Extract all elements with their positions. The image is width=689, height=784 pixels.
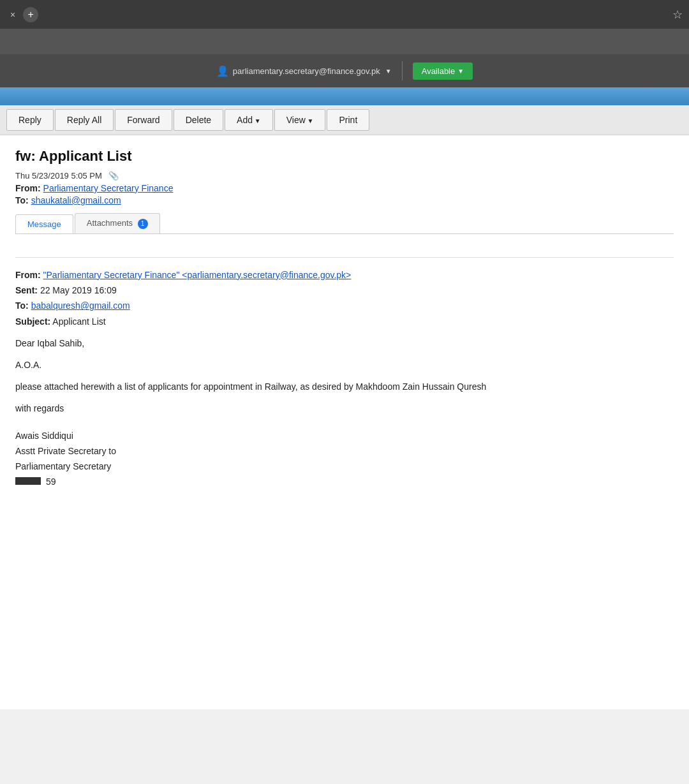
reply-button[interactable]: Reply (6, 109, 54, 131)
view-button[interactable]: View (274, 109, 326, 131)
to-row: To: shaukatali@gmail.com (15, 195, 674, 205)
tab-message-label: Message (27, 219, 61, 229)
email-tabs: Message Attachments 1 (15, 213, 674, 234)
sig-name: Awais Siddiqui (15, 429, 674, 444)
bookmark-icon[interactable]: ☆ (672, 8, 683, 22)
email-date-text: Thu 5/23/2019 5:05 PM (15, 171, 102, 181)
email-signature: Awais Siddiqui Asstt Private Secretary t… (15, 429, 674, 489)
fwd-to-row: To: babalquresh@gmail.com (15, 299, 674, 313)
email-content: fw: Applicant List Thu 5/23/2019 5:05 PM… (0, 135, 689, 709)
greeting: A.O.A. (15, 358, 674, 373)
fwd-to-label: To: (15, 300, 29, 311)
from-row: From: Parliamentary Secretary Finance (15, 183, 674, 193)
user-account[interactable]: 👤 parliamentary.secretary@finance.gov.pk… (216, 65, 392, 77)
regards-text: with regards (15, 401, 674, 417)
tab-close-icon[interactable]: × (6, 8, 19, 21)
fwd-sent-date: 22 May 2019 16:09 (40, 285, 117, 295)
email-divider (15, 257, 674, 258)
fwd-subject-label: Subject: (15, 316, 50, 327)
to-address[interactable]: shaukatali@gmail.com (31, 195, 121, 205)
available-dropdown-icon: ▼ (457, 68, 464, 75)
address-bar-row (0, 29, 689, 54)
sig-title1: Asstt Private Secretary to (15, 444, 674, 459)
email-toolbar: Reply Reply All Forward Delete Add View … (0, 105, 689, 135)
delete-button[interactable]: Delete (174, 109, 223, 131)
topbar-divider (402, 61, 403, 80)
blue-accent-bar (0, 87, 689, 105)
sig-number: 59 (15, 475, 674, 490)
available-label: Available (422, 66, 456, 76)
forwarded-header: From: "Parliamentary Secretary Finance" … (15, 268, 674, 329)
fwd-sent-row: Sent: 22 May 2019 16:09 (15, 283, 674, 297)
person-icon: 👤 (216, 65, 229, 77)
webmail-topbar: 👤 parliamentary.secretary@finance.gov.pk… (0, 54, 689, 87)
email-subject: fw: Applicant List (15, 148, 674, 165)
reply-all-button[interactable]: Reply All (55, 109, 114, 131)
user-dropdown-icon[interactable]: ▼ (385, 68, 392, 75)
body-paragraph: please attached herewith a list of appli… (15, 380, 674, 395)
tab-attachments-label: Attachments (87, 218, 133, 228)
available-button[interactable]: Available ▼ (413, 63, 473, 80)
tab-attachments[interactable]: Attachments 1 (75, 213, 160, 233)
attachment-badge: 1 (138, 219, 148, 229)
from-address[interactable]: Parliamentary Secretary Finance (43, 183, 174, 193)
sig-title2: Parliamentary Secretary (15, 459, 674, 475)
print-button[interactable]: Print (327, 109, 369, 131)
tab-message[interactable]: Message (15, 214, 73, 233)
fwd-subject-text: Applicant List (52, 316, 105, 327)
salutation: Dear Iqbal Sahib, (15, 336, 674, 351)
browser-chrome: × + ☆ (0, 0, 689, 29)
fwd-sent-label: Sent: (15, 285, 38, 295)
new-tab-button[interactable]: + (23, 7, 38, 22)
fwd-to-address[interactable]: babalquresh@gmail.com (31, 300, 130, 311)
tab-bar: × + (6, 7, 38, 22)
attachment-indicator: 📎 (108, 171, 119, 181)
fwd-from-label: From: (15, 270, 41, 280)
fwd-from-row: From: "Parliamentary Secretary Finance" … (15, 268, 674, 282)
fwd-subject-row: Subject: Applicant List (15, 314, 674, 329)
email-body: From: "Parliamentary Secretary Finance" … (15, 234, 674, 503)
email-date: Thu 5/23/2019 5:05 PM 📎 (15, 171, 674, 181)
fwd-from-address[interactable]: "Parliamentary Secretary Finance" <parli… (43, 270, 352, 280)
from-label: From: (15, 183, 41, 193)
add-button[interactable]: Add (225, 109, 273, 131)
user-email: parliamentary.secretary@finance.gov.pk (233, 66, 380, 76)
email-from-to: From: Parliamentary Secretary Finance To… (15, 183, 674, 205)
forward-button[interactable]: Forward (115, 109, 172, 131)
to-label: To: (15, 195, 29, 205)
